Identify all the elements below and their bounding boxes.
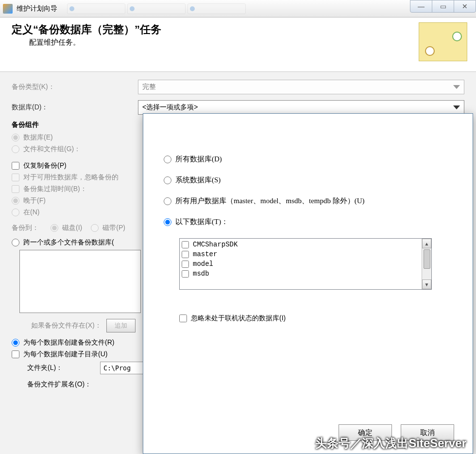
ignore-offline-checkbox[interactable]: 忽略未处于联机状态的数据库(I)	[179, 314, 457, 323]
create-per-db-radio-input[interactable]	[12, 339, 19, 347]
expire-after-radio-input	[12, 197, 19, 205]
component-files-radio-input	[12, 145, 19, 153]
database-label: 数据库(D)：	[12, 103, 138, 112]
component-database-radio-input	[12, 134, 19, 141]
db-item-label: master	[193, 250, 217, 258]
maximize-button[interactable]: ▭	[432, 0, 454, 13]
backup-type-value: 完整	[142, 83, 156, 91]
db-item-checkbox[interactable]	[182, 270, 189, 278]
db-item-label: model	[193, 260, 213, 268]
bg-tab	[187, 3, 246, 14]
backup-to-label: 备份到：	[12, 224, 51, 232]
db-item-checkbox[interactable]	[182, 261, 189, 268]
copy-only-checkbox-input[interactable]	[12, 162, 19, 170]
ok-button[interactable]: 确定	[339, 424, 392, 441]
scroll-thumb[interactable]	[424, 249, 430, 269]
cancel-button[interactable]: 取消	[401, 424, 454, 441]
wizard-header: 定义“备份数据库（完整）”任务 配置维护任务。	[0, 17, 476, 72]
database-value: <选择一项或多项>	[142, 103, 198, 112]
db-list-item[interactable]: msdb	[182, 269, 429, 279]
db-item-checkbox[interactable]	[182, 241, 189, 248]
database-select[interactable]: <选择一项或多项>	[138, 100, 464, 115]
tape-radio-input	[91, 224, 99, 232]
all-databases-radio[interactable]: 所有数据库(D)	[164, 155, 457, 164]
chevron-down-icon	[453, 85, 460, 89]
background-tabs	[67, 3, 246, 14]
create-subdir-checkbox-input[interactable]	[12, 350, 19, 358]
these-databases-radio[interactable]: 以下数据库(T)：	[164, 217, 457, 227]
db-item-label: CMCSharpSDK	[193, 241, 238, 248]
wizard-icon	[419, 22, 467, 61]
db-item-label: msdb	[193, 270, 209, 278]
window-title: 维护计划向导	[17, 4, 57, 13]
disk-radio-label: 磁盘(I)	[62, 224, 82, 232]
scroll-down-icon[interactable]: ▼	[422, 279, 431, 289]
scroll-up-icon[interactable]: ▲	[422, 239, 431, 248]
db-item-checkbox[interactable]	[182, 251, 189, 258]
availability-checkbox-input	[12, 174, 19, 181]
backup-type-label: 备份类型(K)：	[12, 83, 138, 91]
append-button: 追加	[106, 319, 136, 332]
scrollbar[interactable]: ▲ ▼	[422, 239, 431, 289]
backup-type-select: 完整	[138, 80, 464, 94]
db-list-item[interactable]: model	[182, 259, 429, 269]
ignore-offline-checkbox-input[interactable]	[179, 314, 187, 322]
ext-label: 备份文件扩展名(O)：	[27, 380, 91, 389]
all-databases-radio-input[interactable]	[164, 156, 171, 163]
db-list-item[interactable]: CMCSharpSDK	[182, 240, 429, 249]
folder-label: 文件夹(L)：	[27, 364, 100, 372]
database-selector-popup: 所有数据库(D) 系统数据库(S) 所有用户数据库（master、model、m…	[143, 113, 473, 454]
bg-tab	[127, 3, 186, 14]
system-databases-radio-input[interactable]	[164, 176, 171, 184]
expire-on-radio-input	[12, 209, 19, 216]
app-icon	[3, 4, 13, 14]
bg-tab	[67, 3, 125, 14]
database-list-inner: CMCSharpSDKmastermodelmsdb	[180, 239, 431, 279]
if-exists-label: 如果备份文件存在(X)：	[31, 321, 102, 330]
system-databases-radio[interactable]: 系统数据库(S)	[164, 175, 457, 185]
wizard-subtitle: 配置维护任务。	[29, 38, 161, 47]
files-listbox[interactable]	[19, 250, 141, 313]
database-list[interactable]: CMCSharpSDKmastermodelmsdb ▲ ▼	[179, 238, 432, 290]
user-databases-radio-input[interactable]	[164, 197, 171, 205]
chevron-down-icon	[453, 105, 460, 109]
title-bar: 维护计划向导 — ▭ ✕	[0, 0, 476, 17]
these-databases-radio-input[interactable]	[164, 218, 171, 226]
tape-radio-label: 磁带(P)	[102, 224, 125, 232]
across-files-radio-input[interactable]	[12, 239, 19, 246]
close-button[interactable]: ✕	[454, 0, 476, 13]
user-databases-radio[interactable]: 所有用户数据库（master、model、msdb、tempdb 除外）(U)	[164, 196, 457, 206]
db-list-item[interactable]: master	[182, 249, 429, 259]
disk-radio-input	[51, 224, 58, 232]
minimize-button[interactable]: —	[410, 0, 432, 13]
wizard-title: 定义“备份数据库（完整）”任务	[12, 22, 161, 37]
window-controls: — ▭ ✕	[410, 0, 476, 13]
expire-checkbox-input	[12, 185, 19, 193]
